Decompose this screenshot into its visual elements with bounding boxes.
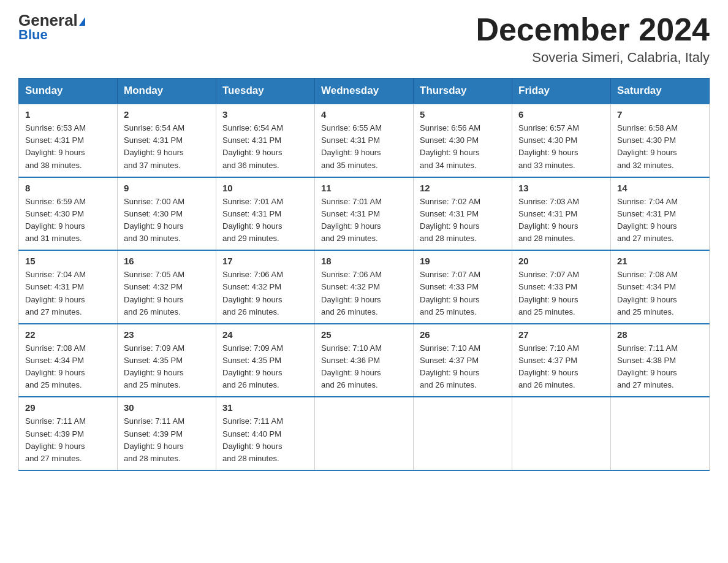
logo-blue: Blue [18,27,48,43]
table-row: 7Sunrise: 6:58 AMSunset: 4:30 PMDaylight… [611,104,710,177]
day-number: 8 [25,183,111,193]
table-row: 5Sunrise: 6:56 AMSunset: 4:30 PMDaylight… [414,104,512,177]
logo-general: General [18,12,85,28]
table-row [315,397,414,470]
day-info: Sunrise: 7:06 AMSunset: 4:32 PMDaylight:… [321,269,407,318]
day-number: 16 [124,256,210,266]
day-number: 30 [124,402,210,413]
day-info: Sunrise: 7:10 AMSunset: 4:37 PMDaylight:… [420,342,506,392]
day-info: Sunrise: 6:58 AMSunset: 4:30 PMDaylight:… [617,122,703,172]
day-number: 22 [25,329,111,340]
col-saturday: Saturday [611,79,710,104]
day-number: 6 [518,109,604,120]
location: Soveria Simeri, Calabria, Italy [476,50,710,66]
day-number: 9 [124,183,210,193]
table-row: 3Sunrise: 6:54 AMSunset: 4:31 PMDaylight… [216,104,315,177]
day-number: 23 [124,329,210,340]
day-number: 3 [222,109,308,120]
table-row: 14Sunrise: 7:04 AMSunset: 4:31 PMDayligh… [611,177,710,251]
day-info: Sunrise: 7:11 AMSunset: 4:40 PMDaylight:… [222,415,308,465]
table-row: 30Sunrise: 7:11 AMSunset: 4:39 PMDayligh… [118,397,216,470]
table-row: 26Sunrise: 7:10 AMSunset: 4:37 PMDayligh… [414,324,512,397]
calendar-table: Sunday Monday Tuesday Wednesday Thursday… [18,78,710,471]
table-row: 19Sunrise: 7:07 AMSunset: 4:33 PMDayligh… [414,250,512,324]
day-number: 12 [420,183,506,193]
calendar-week-row: 8Sunrise: 6:59 AMSunset: 4:30 PMDaylight… [19,177,710,251]
table-row: 17Sunrise: 7:06 AMSunset: 4:32 PMDayligh… [216,250,315,324]
table-row: 8Sunrise: 6:59 AMSunset: 4:30 PMDaylight… [19,177,118,251]
day-info: Sunrise: 7:10 AMSunset: 4:36 PMDaylight:… [321,342,407,392]
day-number: 20 [518,256,604,266]
table-row: 13Sunrise: 7:03 AMSunset: 4:31 PMDayligh… [512,177,611,251]
day-number: 13 [518,183,604,193]
day-info: Sunrise: 7:11 AMSunset: 4:38 PMDaylight:… [617,342,703,392]
col-tuesday: Tuesday [216,79,315,104]
day-info: Sunrise: 7:09 AMSunset: 4:35 PMDaylight:… [124,342,210,392]
day-number: 21 [617,256,703,266]
table-row: 6Sunrise: 6:57 AMSunset: 4:30 PMDaylight… [512,104,611,177]
col-wednesday: Wednesday [315,79,414,104]
table-row: 11Sunrise: 7:01 AMSunset: 4:31 PMDayligh… [315,177,414,251]
day-number: 17 [222,256,308,266]
day-number: 2 [124,109,210,120]
table-row: 31Sunrise: 7:11 AMSunset: 4:40 PMDayligh… [216,397,315,470]
day-info: Sunrise: 7:02 AMSunset: 4:31 PMDaylight:… [420,196,506,245]
day-number: 24 [222,329,308,340]
day-info: Sunrise: 6:56 AMSunset: 4:30 PMDaylight:… [420,122,506,172]
table-row: 1Sunrise: 6:53 AMSunset: 4:31 PMDaylight… [19,104,118,177]
day-number: 31 [222,402,308,413]
calendar-week-row: 1Sunrise: 6:53 AMSunset: 4:31 PMDaylight… [19,104,710,177]
day-info: Sunrise: 7:01 AMSunset: 4:31 PMDaylight:… [321,196,407,245]
table-row: 16Sunrise: 7:05 AMSunset: 4:32 PMDayligh… [118,250,216,324]
day-info: Sunrise: 7:04 AMSunset: 4:31 PMDaylight:… [25,269,111,318]
day-number: 26 [420,329,506,340]
day-number: 28 [617,329,703,340]
day-info: Sunrise: 6:54 AMSunset: 4:31 PMDaylight:… [124,122,210,172]
day-info: Sunrise: 7:11 AMSunset: 4:39 PMDaylight:… [25,415,111,465]
table-row: 15Sunrise: 7:04 AMSunset: 4:31 PMDayligh… [19,250,118,324]
col-sunday: Sunday [19,79,118,104]
day-info: Sunrise: 7:10 AMSunset: 4:37 PMDaylight:… [518,342,604,392]
table-row: 18Sunrise: 7:06 AMSunset: 4:32 PMDayligh… [315,250,414,324]
col-thursday: Thursday [414,79,512,104]
day-info: Sunrise: 7:00 AMSunset: 4:30 PMDaylight:… [124,196,210,245]
table-row: 12Sunrise: 7:02 AMSunset: 4:31 PMDayligh… [414,177,512,251]
day-info: Sunrise: 6:55 AMSunset: 4:31 PMDaylight:… [321,122,407,172]
table-row: 29Sunrise: 7:11 AMSunset: 4:39 PMDayligh… [19,397,118,470]
day-number: 14 [617,183,703,193]
day-info: Sunrise: 7:04 AMSunset: 4:31 PMDaylight:… [617,196,703,245]
day-number: 10 [222,183,308,193]
title-section: December 2024 Soveria Simeri, Calabria, … [476,12,710,66]
day-info: Sunrise: 7:05 AMSunset: 4:32 PMDaylight:… [124,269,210,318]
day-number: 15 [25,256,111,266]
table-row: 28Sunrise: 7:11 AMSunset: 4:38 PMDayligh… [611,324,710,397]
calendar-week-row: 29Sunrise: 7:11 AMSunset: 4:39 PMDayligh… [19,397,710,470]
day-info: Sunrise: 6:57 AMSunset: 4:30 PMDaylight:… [518,122,604,172]
col-monday: Monday [118,79,216,104]
day-info: Sunrise: 7:06 AMSunset: 4:32 PMDaylight:… [222,269,308,318]
day-number: 19 [420,256,506,266]
day-info: Sunrise: 6:54 AMSunset: 4:31 PMDaylight:… [222,122,308,172]
day-info: Sunrise: 6:59 AMSunset: 4:30 PMDaylight:… [25,196,111,245]
day-number: 1 [25,109,111,120]
table-row: 22Sunrise: 7:08 AMSunset: 4:34 PMDayligh… [19,324,118,397]
page-header: General Blue December 2024 Soveria Simer… [18,12,710,66]
table-row: 25Sunrise: 7:10 AMSunset: 4:36 PMDayligh… [315,324,414,397]
day-info: Sunrise: 7:08 AMSunset: 4:34 PMDaylight:… [25,342,111,392]
table-row: 10Sunrise: 7:01 AMSunset: 4:31 PMDayligh… [216,177,315,251]
table-row: 4Sunrise: 6:55 AMSunset: 4:31 PMDaylight… [315,104,414,177]
table-row: 27Sunrise: 7:10 AMSunset: 4:37 PMDayligh… [512,324,611,397]
table-row: 23Sunrise: 7:09 AMSunset: 4:35 PMDayligh… [118,324,216,397]
col-friday: Friday [512,79,611,104]
day-info: Sunrise: 7:01 AMSunset: 4:31 PMDaylight:… [222,196,308,245]
day-number: 7 [617,109,703,120]
calendar-header-row: Sunday Monday Tuesday Wednesday Thursday… [19,79,710,104]
day-info: Sunrise: 6:53 AMSunset: 4:31 PMDaylight:… [25,122,111,172]
day-info: Sunrise: 7:07 AMSunset: 4:33 PMDaylight:… [518,269,604,318]
table-row: 24Sunrise: 7:09 AMSunset: 4:35 PMDayligh… [216,324,315,397]
day-number: 25 [321,329,407,340]
calendar-week-row: 22Sunrise: 7:08 AMSunset: 4:34 PMDayligh… [19,324,710,397]
day-number: 18 [321,256,407,266]
day-number: 11 [321,183,407,193]
table-row: 21Sunrise: 7:08 AMSunset: 4:34 PMDayligh… [611,250,710,324]
